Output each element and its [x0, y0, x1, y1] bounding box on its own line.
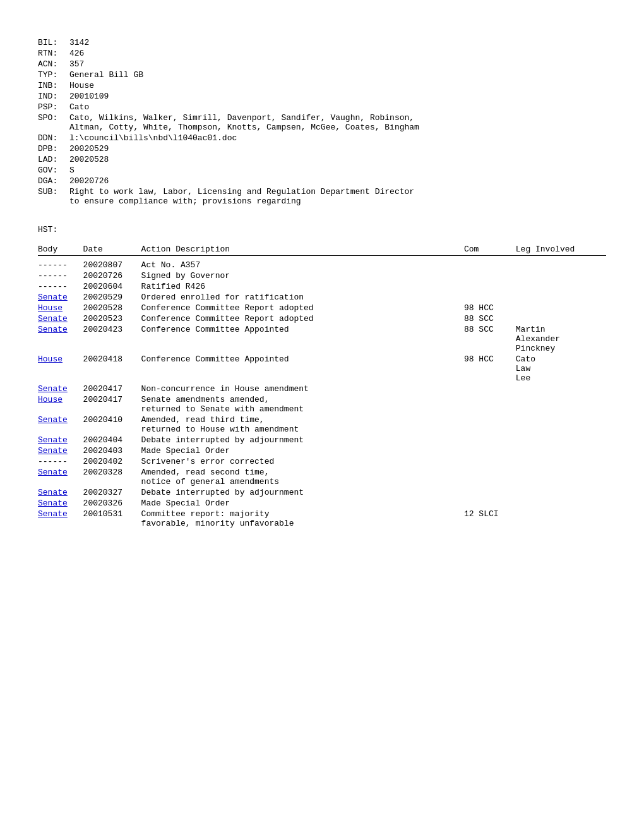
row-body[interactable]: Senate	[38, 509, 83, 529]
gov-row: GOV: S	[38, 166, 606, 175]
body-link[interactable]: House	[38, 354, 63, 364]
typ-row: TYP: General Bill GB	[38, 70, 606, 80]
body-link[interactable]: Senate	[38, 488, 68, 497]
acn-label: ACN:	[38, 59, 69, 69]
row-action: Act No. A357	[141, 260, 464, 270]
row-com	[464, 456, 516, 467]
dga-value: 20020726	[69, 176, 109, 186]
sub-value: Right to work law, Labor, Licensing and …	[69, 187, 414, 206]
row-date: 20020417	[83, 384, 141, 394]
row-body[interactable]: Senate	[38, 498, 83, 509]
ddn-label: DDN:	[38, 133, 69, 143]
dpb-label: DPB:	[38, 144, 69, 154]
body-link[interactable]: Senate	[38, 293, 68, 302]
row-body[interactable]: Senate	[38, 445, 83, 456]
table-header-row: Body Date Action Description Com Leg Inv…	[38, 245, 606, 256]
row-date: 20020328	[83, 467, 141, 487]
dga-label: DGA:	[38, 176, 69, 186]
ind-row: IND: 20010109	[38, 92, 606, 101]
row-com	[464, 270, 516, 281]
body-link[interactable]: Senate	[38, 509, 68, 519]
row-com: 12 SLCI	[464, 509, 516, 529]
row-leg	[516, 394, 606, 414]
row-action: Made Special Order	[141, 498, 464, 509]
row-body[interactable]: House	[38, 303, 83, 313]
sub-label: SUB:	[38, 187, 69, 206]
rtn-row: RTN: 426	[38, 49, 606, 58]
row-body[interactable]: Senate	[38, 384, 83, 394]
body-link[interactable]: Senate	[38, 325, 68, 334]
col-header-body: Body	[38, 245, 83, 256]
row-leg	[516, 384, 606, 394]
row-body: ------	[38, 270, 83, 281]
body-link[interactable]: Senate	[38, 446, 68, 456]
row-date: 20020604	[83, 281, 141, 292]
row-com	[464, 487, 516, 498]
body-link[interactable]: Senate	[38, 384, 68, 394]
row-leg	[516, 281, 606, 292]
row-leg	[516, 445, 606, 456]
psp-row: PSP: Cato	[38, 102, 606, 112]
row-com: 88 SCC	[464, 313, 516, 324]
row-body: ------	[38, 456, 83, 467]
row-leg	[516, 260, 606, 270]
table-row: Senate20010531Committee report: majority…	[38, 509, 606, 529]
dpb-row: DPB: 20020529	[38, 144, 606, 154]
body-link[interactable]: Senate	[38, 415, 68, 425]
table-row: ------20020726Signed by Governor	[38, 270, 606, 281]
gov-value: S	[69, 166, 75, 175]
row-body[interactable]: Senate	[38, 487, 83, 498]
row-date: 20020523	[83, 313, 141, 324]
row-body[interactable]: Senate	[38, 292, 83, 303]
row-body[interactable]: House	[38, 354, 83, 384]
row-date: 20020402	[83, 456, 141, 467]
row-date: 20020404	[83, 435, 141, 445]
spo-value-line1: Cato, Wilkins, Walker, Simrill, Davenpor…	[69, 113, 419, 123]
row-date: 20020529	[83, 292, 141, 303]
row-leg	[516, 292, 606, 303]
row-com	[464, 394, 516, 414]
lad-row: LAD: 20020528	[38, 155, 606, 164]
row-body[interactable]: Senate	[38, 414, 83, 435]
spo-row: SPO: Cato, Wilkins, Walker, Simrill, Dav…	[38, 113, 606, 132]
row-com	[464, 292, 516, 303]
table-row: House20020528Conference Committee Report…	[38, 303, 606, 313]
row-com	[464, 498, 516, 509]
body-link[interactable]: Senate	[38, 435, 68, 445]
row-date: 20020327	[83, 487, 141, 498]
row-action: Debate interrupted by adjournment	[141, 487, 464, 498]
row-action: Signed by Governor	[141, 270, 464, 281]
row-com: 98 HCC	[464, 354, 516, 384]
sub-value-line1: Right to work law, Labor, Licensing and …	[69, 187, 414, 196]
body-link[interactable]: House	[38, 303, 63, 313]
acn-value: 357	[69, 59, 84, 69]
row-action: Scrivener's error corrected	[141, 456, 464, 467]
row-action: Committee report: majorityfavorable, min…	[141, 509, 464, 529]
row-action: Ordered enrolled for ratification	[141, 292, 464, 303]
table-row: Senate20020327Debate interrupted by adjo…	[38, 487, 606, 498]
row-leg	[516, 414, 606, 435]
row-body[interactable]: Senate	[38, 313, 83, 324]
row-leg	[516, 487, 606, 498]
ddn-value: l:\council\bills\nbd\l1040ac01.doc	[69, 133, 237, 143]
body-link[interactable]: House	[38, 395, 63, 404]
row-leg	[516, 498, 606, 509]
row-body[interactable]: Senate	[38, 324, 83, 354]
row-leg	[516, 467, 606, 487]
table-row: Senate20020410Amended, read third time,r…	[38, 414, 606, 435]
row-date: 20020807	[83, 260, 141, 270]
row-action: Senate amendments amended,returned to Se…	[141, 394, 464, 414]
row-body[interactable]: Senate	[38, 467, 83, 487]
row-body[interactable]: House	[38, 394, 83, 414]
table-row: Senate20020523Conference Committee Repor…	[38, 313, 606, 324]
body-link[interactable]: Senate	[38, 499, 68, 508]
row-body: ------	[38, 260, 83, 270]
row-com	[464, 467, 516, 487]
table-row: House20020418Conference Committee Appoin…	[38, 354, 606, 384]
dga-row: DGA: 20020726	[38, 176, 606, 186]
table-row: Senate20020417Non-concurrence in House a…	[38, 384, 606, 394]
row-body[interactable]: Senate	[38, 435, 83, 445]
typ-label: TYP:	[38, 70, 69, 80]
body-link[interactable]: Senate	[38, 468, 68, 477]
body-link[interactable]: Senate	[38, 314, 68, 323]
